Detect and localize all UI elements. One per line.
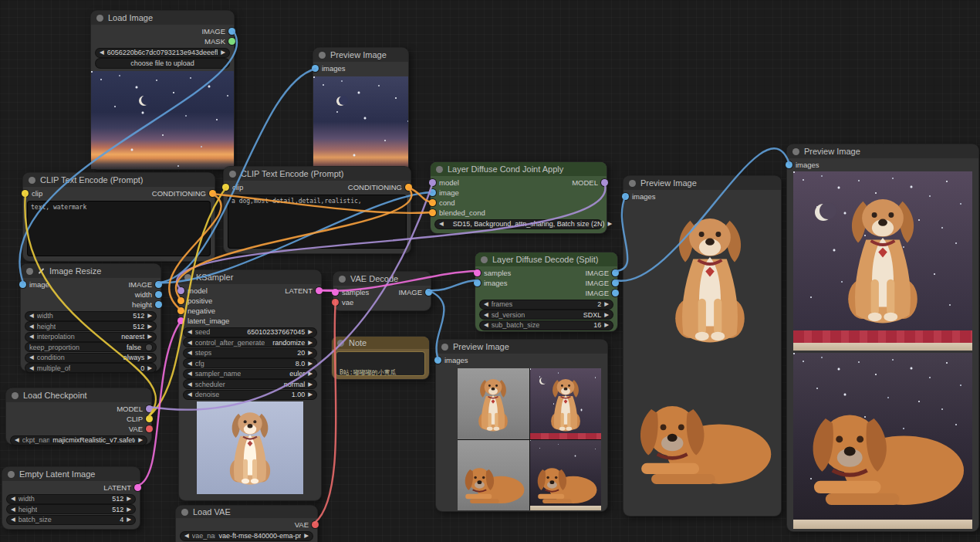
next-arrow-icon[interactable]: ▶ <box>147 354 152 361</box>
node-title[interactable]: Image Resize <box>21 264 161 278</box>
node-load-checkpoint[interactable]: Load Checkpoint MODEL CLIP VAE ◀ckpt_nam… <box>6 388 151 444</box>
frames-widget[interactable]: ◀frames2▶ <box>480 300 613 309</box>
prev-arrow-icon[interactable]: ◀ <box>188 391 192 398</box>
collapse-dot-icon[interactable] <box>96 15 103 22</box>
node-load-image[interactable]: Load Image IMAGE MASK ◀6056220b6c7dc0793… <box>91 11 234 169</box>
height-widget[interactable]: ◀height512▶ <box>25 322 156 330</box>
next-arrow-icon[interactable]: ▶ <box>308 381 313 388</box>
node-note[interactable]: Note B站:嘟嘟嘟的小黄瓜 知识星球:71297238 <box>332 337 429 379</box>
images-input-dot[interactable] <box>474 279 481 286</box>
next-arrow-icon[interactable]: ▶ <box>308 350 313 356</box>
prev-arrow-icon[interactable]: ◀ <box>188 350 192 356</box>
image-input-dot[interactable] <box>429 189 436 196</box>
model-input-dot[interactable] <box>429 179 436 186</box>
next-arrow-icon[interactable]: ▶ <box>604 301 609 307</box>
node-title[interactable]: Layer Diffuse Decode (Split) <box>475 252 617 266</box>
collapse-dot-icon[interactable] <box>337 340 344 347</box>
images-input-dot[interactable] <box>786 161 792 168</box>
images-input-dot[interactable] <box>312 65 319 72</box>
image-output-dot[interactable] <box>228 28 235 35</box>
prev-arrow-icon[interactable]: ◀ <box>188 329 192 335</box>
sampler-name-widget[interactable]: ◀sampler_nameeuler▶ <box>184 370 316 378</box>
width-output-dot[interactable] <box>155 291 162 298</box>
prev-arrow-icon[interactable]: ◀ <box>439 221 444 227</box>
next-arrow-icon[interactable]: ▶ <box>604 322 609 328</box>
next-arrow-icon[interactable]: ▶ <box>147 334 152 340</box>
next-arrow-icon[interactable]: ▶ <box>304 533 309 539</box>
clip-input-dot[interactable] <box>222 184 229 191</box>
collapse-dot-icon[interactable] <box>181 509 188 516</box>
sub-batch-size-widget[interactable]: ◀sub_batch_size16▶ <box>480 321 613 330</box>
next-arrow-icon[interactable]: ▶ <box>127 517 131 523</box>
collapse-dot-icon[interactable] <box>792 148 799 155</box>
images-input-dot[interactable] <box>622 193 629 200</box>
cond-input-dot[interactable] <box>429 199 436 206</box>
node-title[interactable]: Note <box>332 337 429 349</box>
images-input[interactable]: images <box>438 356 468 364</box>
filename-combo[interactable]: ◀6056220b6c7dc0793213e943deeefb8 (5).jpg… <box>96 49 229 57</box>
node-title[interactable]: CLIP Text Encode (Prompt) <box>23 173 215 187</box>
model-output[interactable]: MODEL <box>117 405 149 413</box>
node-layer-diffuse-decode-split[interactable]: Layer Diffuse Decode (Split) samples IMA… <box>475 252 617 331</box>
width-output[interactable]: width <box>135 290 158 299</box>
image-output-dot[interactable] <box>612 269 619 276</box>
collapse-dot-icon[interactable] <box>629 180 636 187</box>
denoise-widget[interactable]: ◀denoise1.00▶ <box>184 391 316 399</box>
prev-arrow-icon[interactable]: ◀ <box>29 365 34 371</box>
vae-input-dot[interactable] <box>332 299 339 306</box>
node-clip-text-encode-negative[interactable]: CLIP Text Encode (Prompt) clip CONDITION… <box>23 173 215 261</box>
node-title[interactable]: Layer Diffuse Cond Joint Apply <box>431 162 607 176</box>
multiple-of-widget[interactable]: ◀multiple_of0▶ <box>25 364 156 372</box>
node-ksampler[interactable]: KSampler model LATENT positive negative … <box>179 270 321 500</box>
positive-input-dot[interactable] <box>177 297 184 304</box>
image-output-dot[interactable] <box>612 290 619 296</box>
collapse-dot-icon[interactable] <box>339 276 346 283</box>
node-empty-latent-image[interactable]: Empty Latent Image LATENT ◀width512▶ ◀he… <box>2 467 140 529</box>
prompt-textarea[interactable]: text, watermark <box>28 202 210 256</box>
height-widget[interactable]: ◀height512▶ <box>7 505 135 513</box>
prev-arrow-icon[interactable]: ◀ <box>11 496 15 502</box>
prev-arrow-icon[interactable]: ◀ <box>29 324 34 330</box>
vae-output-dot[interactable] <box>146 425 153 432</box>
clip-output-dot[interactable] <box>146 415 153 422</box>
node-layer-diffuse-cond-joint-apply[interactable]: Layer Diffuse Cond Joint Apply model MOD… <box>431 162 607 233</box>
collapse-dot-icon[interactable] <box>26 268 33 275</box>
prev-arrow-icon[interactable]: ◀ <box>11 517 15 523</box>
image-output-dot[interactable] <box>425 289 432 296</box>
prev-arrow-icon[interactable]: ◀ <box>29 334 34 340</box>
clip-input[interactable]: clip <box>25 189 42 198</box>
keep-proportion-toggle[interactable]: keep_proportionfalse <box>25 343 156 351</box>
next-arrow-icon[interactable]: ▶ <box>308 361 313 367</box>
node-image-resize[interactable]: Image Resize image IMAGE width height ◀w… <box>21 264 161 371</box>
vae-output[interactable]: VAE <box>129 425 149 433</box>
node-title[interactable]: Load Checkpoint <box>6 388 151 402</box>
conditioning-output[interactable]: CONDITIONING <box>348 183 408 191</box>
cond-input[interactable]: cond <box>433 198 455 207</box>
node-title[interactable]: KSampler <box>179 270 321 284</box>
node-title[interactable]: Load VAE <box>176 506 317 518</box>
prev-arrow-icon[interactable]: ◀ <box>484 322 488 328</box>
image-output-dot[interactable] <box>612 279 619 286</box>
node-title[interactable]: Preview Image <box>623 176 781 190</box>
node-title[interactable]: VAE Decode <box>333 272 431 286</box>
latent-output-dot[interactable] <box>134 484 141 491</box>
ckpt-name-combo[interactable]: ◀ckpt_namemajicmixRealistic_v7.safetenso… <box>11 436 147 445</box>
next-arrow-icon[interactable]: ▶ <box>308 391 313 398</box>
prev-arrow-icon[interactable]: ◀ <box>484 301 488 307</box>
vae-name-combo[interactable]: ◀vae_namevae-ft-mse-840000-ema-pruned.ck… <box>181 532 313 540</box>
image-input-dot[interactable] <box>19 281 26 288</box>
samples-input-dot[interactable] <box>332 289 339 296</box>
upload-button[interactable]: choose file to upload <box>96 59 229 68</box>
prev-arrow-icon[interactable]: ◀ <box>188 361 192 367</box>
steps-widget[interactable]: ◀steps20▶ <box>184 349 316 357</box>
next-arrow-icon[interactable]: ▶ <box>127 496 131 502</box>
collapse-dot-icon[interactable] <box>29 177 35 184</box>
samples-input[interactable]: samples <box>336 288 369 296</box>
next-arrow-icon[interactable]: ▶ <box>221 49 225 56</box>
node-title[interactable]: Empty Latent Image <box>2 467 140 481</box>
image-input[interactable]: image <box>23 280 49 289</box>
image-output-dot[interactable] <box>155 281 162 288</box>
negative-input-dot[interactable] <box>177 307 184 314</box>
latent-output-dot[interactable] <box>316 287 323 294</box>
width-widget[interactable]: ◀width512▶ <box>7 495 135 503</box>
